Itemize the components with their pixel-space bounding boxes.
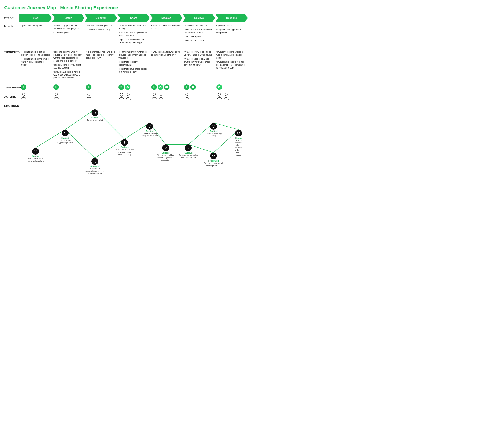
svg-point-47 bbox=[36, 151, 37, 151]
thoughts-label: THOUGHTS bbox=[4, 50, 19, 81]
svg-point-29 bbox=[218, 93, 221, 96]
touchpoints-cell-3 bbox=[117, 84, 150, 90]
stage-share: Share bbox=[118, 14, 150, 22]
emotion-node-2: StokedTo find a new artist bbox=[87, 109, 103, 121]
actors-cell-3 bbox=[117, 93, 150, 100]
female-actor-icon bbox=[184, 93, 190, 100]
actors-cell-0 bbox=[19, 93, 52, 100]
thought-text: "I like that it is pretty straightforwar… bbox=[119, 61, 148, 66]
touchpoints-cell-5 bbox=[183, 84, 215, 90]
emotion-node-7: ?CuriousTo see what music his friend dis… bbox=[179, 145, 198, 159]
emotion-node-0: NeutralWants to listen to music while wo… bbox=[26, 148, 45, 162]
emotion-node-10: HappyTo send feedback to friend on what … bbox=[234, 130, 243, 156]
svg-point-68 bbox=[212, 126, 213, 126]
svg-point-50 bbox=[64, 132, 64, 133]
touchpoints-cell-1 bbox=[52, 84, 85, 90]
svg-point-61 bbox=[148, 126, 149, 126]
svg-point-52 bbox=[92, 110, 98, 116]
thought-text: "I listen to music to get me through cod… bbox=[21, 51, 51, 56]
steps-label: STEPS bbox=[4, 24, 19, 46]
thought-text: "I would send a follow up to the text af… bbox=[151, 51, 181, 56]
svg-point-11 bbox=[22, 93, 25, 96]
thought-text: "I like the discover weekly playlist. So… bbox=[53, 51, 83, 62]
male-actor-icon bbox=[151, 93, 157, 100]
svg-point-75 bbox=[239, 132, 240, 133]
steps-cell-0: Opens spotify on phone bbox=[19, 24, 52, 46]
step-text: Opens with Spotify bbox=[184, 35, 214, 38]
svg-text:?: ? bbox=[165, 146, 167, 150]
svg-point-51 bbox=[66, 132, 66, 133]
touchpoints-cell-0 bbox=[19, 84, 52, 90]
svg-point-72 bbox=[214, 155, 215, 156]
svg-point-71 bbox=[212, 155, 213, 156]
emotion-name-7: Curious bbox=[184, 152, 192, 154]
emotion-face-2 bbox=[92, 109, 98, 116]
spotify-icon bbox=[86, 84, 92, 90]
emotion-face-9 bbox=[210, 153, 217, 159]
spotify-icon bbox=[151, 84, 157, 90]
whatsapp-icon bbox=[125, 84, 130, 90]
actors-cell-6 bbox=[215, 93, 248, 100]
emotion-desc-1: To see all the suggested playlists bbox=[56, 139, 75, 144]
thought-text: "I listen to music all the time. I run t… bbox=[21, 57, 51, 66]
emotion-node-8: ExcitedTo listen to a nostalgic song bbox=[204, 123, 223, 137]
thought-text: "Why do I need to only use shuffle play?… bbox=[184, 57, 214, 66]
actors-cell-5 bbox=[183, 93, 215, 100]
step-text: Recieves a text message bbox=[184, 24, 214, 27]
thoughts-cell-3: "I share music with my friends by just s… bbox=[117, 50, 150, 81]
svg-point-14 bbox=[55, 93, 57, 96]
emotion-desc-4: To find the translation of a song from a… bbox=[115, 148, 134, 156]
svg-point-24 bbox=[153, 93, 156, 96]
step-text: Chooses a playlist bbox=[53, 31, 83, 34]
svg-point-54 bbox=[95, 112, 96, 113]
stage-visit: Visit bbox=[19, 14, 52, 22]
emotion-node-6: ?CuriousTo find out what his friend thou… bbox=[156, 145, 175, 161]
stage-discover: Discover bbox=[85, 14, 117, 22]
svg-point-49 bbox=[62, 130, 68, 136]
emotion-desc-2: To find a new artist bbox=[87, 119, 103, 121]
thought-text: "I wouldn't respond unless it was a part… bbox=[216, 51, 247, 59]
step-text: Listens to selected playlists bbox=[86, 24, 116, 27]
spotify-icon bbox=[119, 84, 124, 90]
svg-point-28 bbox=[185, 93, 188, 96]
male-actor-icon bbox=[119, 93, 124, 100]
emotion-node-5: ExcitedTo share a nostalgic song with hi… bbox=[140, 123, 159, 137]
female-actor-icon bbox=[158, 93, 164, 100]
emotion-desc-5: To share a nostalgic song with his frien… bbox=[140, 132, 159, 137]
svg-point-67 bbox=[211, 124, 216, 129]
female-actor-icon bbox=[125, 93, 131, 100]
thoughts-cell-5: "Why do I HAVE to open it on Spotify. Th… bbox=[183, 50, 215, 81]
thoughts-cell-2: "I like alternative rock and indie music… bbox=[85, 50, 117, 81]
thoughts-cell-0: "I listen to music to get me through cod… bbox=[19, 50, 52, 81]
steps-cell-6: Opens whatsappResponds with approval or … bbox=[215, 24, 248, 46]
spotify-icon bbox=[53, 84, 59, 90]
emotion-face-0 bbox=[32, 148, 39, 155]
emotion-name-0: Neutral bbox=[32, 155, 39, 157]
emotion-desc-7: To see what music his friend discovered bbox=[179, 154, 198, 159]
step-text: Opens whatsapp bbox=[216, 24, 247, 27]
thought-text: "I like that I have share options in a v… bbox=[119, 67, 148, 73]
svg-point-69 bbox=[214, 126, 215, 126]
emotion-node-3: AnnoyedTo see music suggestions that don… bbox=[85, 158, 104, 175]
touchpoints-cell-2 bbox=[85, 84, 117, 90]
thought-text: "I like alternative rock and indie music… bbox=[86, 51, 116, 59]
thought-text: "I would have liked to just add like an … bbox=[216, 61, 247, 69]
touchpoints-cell-4 bbox=[150, 84, 183, 90]
emotion-node-1: ExcitedTo see all the suggested playlist… bbox=[56, 130, 75, 144]
emotion-name-1: Excited bbox=[61, 137, 69, 139]
male-actor-icon bbox=[21, 93, 27, 100]
step-text: Opens spotify on phone bbox=[21, 24, 51, 27]
male-actor-icon bbox=[216, 93, 222, 100]
svg-point-45 bbox=[33, 148, 38, 154]
step-text: Clicks on shuffle play bbox=[184, 39, 214, 42]
female-actor-icon bbox=[223, 93, 229, 100]
imessage-icon bbox=[164, 84, 169, 90]
male-actor-icon bbox=[86, 93, 92, 100]
emotion-desc-6: To find out what his friend thought of t… bbox=[156, 154, 175, 161]
thoughts-cell-6: "I wouldn't respond unless it was a part… bbox=[215, 50, 248, 81]
emotion-name-9: Frustrated bbox=[208, 160, 219, 162]
thoughts-cell-4: "I would send a follow up to the text af… bbox=[150, 50, 183, 81]
svg-point-20 bbox=[120, 93, 123, 96]
step-text: Copies a link and sends it to Grace thro… bbox=[119, 38, 148, 44]
steps-cell-4: Asks Grace what she thought of the song bbox=[150, 24, 183, 46]
